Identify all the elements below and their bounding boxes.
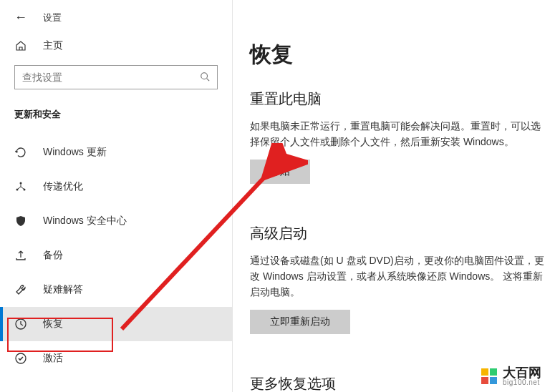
home-label: 主页 — [43, 39, 63, 52]
advanced-heading: 高级启动 — [250, 224, 550, 243]
watermark-logo-icon — [481, 368, 497, 384]
sidebar-item-windows-security[interactable]: Windows 安全中心 — [0, 204, 232, 238]
sidebar-item-delivery-optimization[interactable]: 传递优化 — [0, 170, 232, 204]
category-header: 更新和安全 — [0, 104, 232, 131]
recovery-icon — [14, 318, 27, 330]
back-arrow-icon[interactable]: ← — [14, 10, 27, 25]
sidebar-item-label: Windows 更新 — [43, 146, 107, 159]
watermark-en: big100.net — [503, 379, 541, 386]
shield-icon — [14, 215, 27, 227]
sidebar-item-label: 备份 — [43, 249, 63, 262]
reset-start-button[interactable]: 开始 — [250, 160, 310, 184]
svg-line-1 — [207, 78, 210, 81]
watermark: 大百网 big100.net — [481, 366, 541, 386]
search-input-container[interactable] — [14, 65, 218, 89]
advanced-body: 通过设备或磁盘(如 U 盘或 DVD)启动，更改你的电脑固件设置，更改 Wind… — [250, 253, 550, 300]
reset-heading: 重置此电脑 — [250, 89, 550, 109]
sidebar-item-label: 疑难解答 — [43, 283, 83, 296]
svg-point-0 — [201, 72, 208, 79]
search-input[interactable] — [22, 72, 200, 83]
sidebar-item-label: 传递优化 — [43, 180, 83, 193]
backup-icon — [14, 249, 27, 262]
home-icon — [14, 40, 27, 52]
sidebar-item-troubleshoot[interactable]: 疑难解答 — [0, 273, 232, 307]
svg-point-2 — [20, 182, 22, 185]
troubleshoot-icon — [14, 283, 27, 296]
home-link[interactable]: 主页 — [0, 32, 232, 62]
sidebar-item-label: Windows 安全中心 — [43, 215, 127, 227]
activation-icon — [14, 352, 27, 365]
update-icon — [14, 146, 27, 159]
sidebar-item-backup[interactable]: 备份 — [0, 238, 232, 273]
sidebar-item-recovery[interactable]: 恢复 — [0, 307, 232, 341]
window-title: 设置 — [43, 11, 62, 24]
search-icon — [200, 72, 210, 84]
page-title: 恢复 — [250, 40, 550, 69]
delivery-icon — [14, 180, 27, 193]
watermark-cn: 大百网 — [503, 366, 541, 379]
sidebar-item-activation[interactable]: 激活 — [0, 341, 232, 376]
reset-body: 如果电脑未正常运行，重置电脑可能会解决问题。重置时，可以选择保留个人文件或删除个… — [250, 119, 550, 150]
sidebar-item-label: 恢复 — [43, 318, 63, 330]
advanced-restart-button[interactable]: 立即重新启动 — [250, 310, 350, 334]
sidebar-item-label: 激活 — [43, 352, 63, 365]
sidebar-item-windows-update[interactable]: Windows 更新 — [0, 135, 232, 170]
